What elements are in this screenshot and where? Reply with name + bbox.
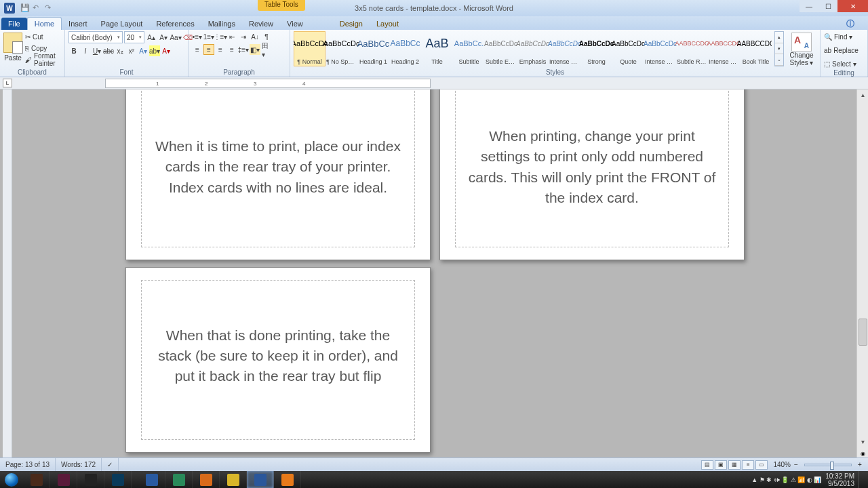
scroll-down-icon[interactable]: ▼ xyxy=(857,436,868,448)
tab-references[interactable]: References xyxy=(149,18,201,30)
borders-button[interactable]: 田▾ xyxy=(261,44,272,55)
close-button[interactable]: ✕ xyxy=(837,0,868,12)
system-tray[interactable]: ▲ ⚑ ✱ 🕪 🔋 ⚠ 📶 ◐ 📊 10:32 PM 9/5/2013 xyxy=(751,471,868,488)
select-button[interactable]: ⬚ Select ▾ xyxy=(824,58,856,69)
taskbar-photoshop[interactable] xyxy=(104,471,132,488)
style-item-4[interactable]: AaBTitle xyxy=(421,31,453,66)
decrease-indent-button[interactable]: ⇤ xyxy=(226,31,237,42)
zoom-out-button[interactable]: − xyxy=(792,461,800,468)
shading-button[interactable]: ◧▾ xyxy=(250,44,260,55)
tab-home[interactable]: Home xyxy=(27,17,62,30)
view-full-screen[interactable]: ▣ xyxy=(715,460,727,470)
scroll-thumb[interactable] xyxy=(859,319,867,346)
status-proofing[interactable]: ✓ xyxy=(102,458,119,471)
taskbar-firefox[interactable] xyxy=(193,471,220,488)
change-case-button[interactable]: Aa▾ xyxy=(170,32,181,43)
highlight-button[interactable]: ab▾ xyxy=(149,45,160,56)
taskbar-explorer[interactable] xyxy=(138,471,165,488)
tab-layout[interactable]: Layout xyxy=(370,18,406,30)
tab-mailings[interactable]: Mailings xyxy=(201,18,242,30)
shrink-font-button[interactable]: A▾ xyxy=(158,32,169,43)
style-item-6[interactable]: AaBbCcDcSubtle Em... xyxy=(485,31,517,66)
taskbar-app[interactable] xyxy=(165,471,193,488)
tab-review[interactable]: Review xyxy=(242,18,280,30)
tab-design[interactable]: Design xyxy=(333,18,370,30)
justify-button[interactable]: ≡ xyxy=(226,44,237,55)
page-canvas[interactable]: When it is time to print, place our inde… xyxy=(0,89,856,471)
bold-button[interactable]: B xyxy=(68,45,79,56)
paste-button[interactable]: Paste xyxy=(3,31,22,62)
font-size-combo[interactable]: 20▾ xyxy=(124,31,144,43)
italic-button[interactable]: I xyxy=(80,45,91,56)
style-item-9[interactable]: AaBbCcDcStrong xyxy=(580,31,612,66)
text-effects-button[interactable]: A▾ xyxy=(138,45,149,56)
status-page[interactable]: Page: 13 of 13 xyxy=(0,458,56,471)
tab-page-layout[interactable]: Page Layout xyxy=(94,18,150,30)
replace-button[interactable]: ab Replace xyxy=(824,45,859,56)
style-item-8[interactable]: AaBbCcDcIntense E... xyxy=(549,31,580,66)
change-styles-button[interactable]: Change Styles ▾ xyxy=(787,31,816,66)
view-print-layout[interactable]: ▤ xyxy=(701,460,713,470)
bullets-button[interactable]: •≡▾ xyxy=(192,31,203,42)
find-button[interactable]: 🔍 Find ▾ xyxy=(824,31,852,42)
taskbar-word[interactable] xyxy=(247,471,274,488)
style-gallery-scroll[interactable]: ▴▾⌄ xyxy=(774,31,784,66)
style-item-7[interactable]: AaBbCcDcEmphasis xyxy=(517,31,549,66)
style-gallery[interactable]: AaBbCcDc¶ NormalAaBbCcDc¶ No Spaci...AaB… xyxy=(294,31,772,68)
format-painter-button[interactable]: 🖌 Format Painter xyxy=(25,54,61,65)
taskbar-lightroom[interactable] xyxy=(77,471,104,488)
style-item-10[interactable]: AaBbCcDcQuote xyxy=(612,31,644,66)
view-outline[interactable]: ≡ xyxy=(742,460,754,470)
font-color-button[interactable]: A▾ xyxy=(161,45,172,56)
tab-view[interactable]: View xyxy=(280,18,310,30)
quick-access-toolbar[interactable]: 💾 ↶ ↷ xyxy=(20,3,54,13)
taskbar-clock[interactable]: 10:32 PM 9/5/2013 xyxy=(825,472,854,487)
tab-selector[interactable]: L xyxy=(3,79,12,87)
tab-file[interactable]: File xyxy=(1,18,27,30)
multilevel-button[interactable]: ⋮≡▾ xyxy=(215,31,226,42)
card-2[interactable]: When printing, change your print setting… xyxy=(439,89,745,260)
align-center-button[interactable]: ≡ xyxy=(203,44,214,55)
horizontal-ruler[interactable]: 1234 xyxy=(105,79,431,88)
line-spacing-button[interactable]: ‡≡▾ xyxy=(238,44,249,55)
status-words[interactable]: Words: 172 xyxy=(56,458,102,471)
help-icon[interactable]: ⓘ xyxy=(846,18,854,30)
superscript-button[interactable]: x² xyxy=(126,45,137,56)
grow-font-button[interactable]: A▴ xyxy=(146,32,157,43)
minimize-button[interactable]: — xyxy=(800,0,818,12)
undo-icon[interactable]: ↶ xyxy=(33,3,42,13)
style-item-5[interactable]: AaBbCc.Subtitle xyxy=(453,31,485,66)
taskbar-bridge[interactable] xyxy=(23,471,50,488)
card-3-text[interactable]: When that is done printing, take the sta… xyxy=(150,325,406,387)
zoom-in-button[interactable]: + xyxy=(856,461,864,468)
increase-indent-button[interactable]: ⇥ xyxy=(238,31,249,42)
align-right-button[interactable]: ≡ xyxy=(215,44,226,55)
card-3[interactable]: When that is done printing, take the sta… xyxy=(125,267,431,453)
save-icon[interactable]: 💾 xyxy=(20,3,30,13)
style-item-13[interactable]: AABBCCDCIntense R... xyxy=(708,31,740,66)
redo-icon[interactable]: ↷ xyxy=(45,3,54,13)
style-item-2[interactable]: AaBbCcHeading 1 xyxy=(357,31,389,66)
view-draft[interactable]: ▭ xyxy=(755,460,768,470)
zoom-level[interactable]: 140% xyxy=(773,461,791,468)
scroll-up-icon[interactable]: ▲ xyxy=(857,89,868,101)
style-item-3[interactable]: AaBbCcHeading 2 xyxy=(389,31,421,66)
taskbar-chrome[interactable] xyxy=(220,471,247,488)
strikethrough-button[interactable]: abc xyxy=(103,45,114,56)
style-item-1[interactable]: AaBbCcDc¶ No Spaci... xyxy=(326,31,357,66)
sort-button[interactable]: A↓ xyxy=(250,31,260,42)
maximize-button[interactable]: ☐ xyxy=(818,0,837,12)
font-name-combo[interactable]: Calibri (Body)▾ xyxy=(68,31,123,43)
tray-icons[interactable]: ▲ ⚑ ✱ 🕪 🔋 ⚠ 📶 ◐ 📊 xyxy=(751,476,821,483)
style-item-11[interactable]: AaBbCcDcIntense Q... xyxy=(644,31,676,66)
style-item-14[interactable]: AABBCCDCBook Title xyxy=(740,31,772,66)
taskbar-vlc[interactable] xyxy=(274,471,301,488)
cut-button[interactable]: ✂ Cut xyxy=(25,31,61,42)
show-desktop-button[interactable] xyxy=(859,471,864,488)
view-web-layout[interactable]: ▦ xyxy=(728,460,741,470)
zoom-slider[interactable] xyxy=(804,464,852,466)
vertical-scrollbar[interactable]: ▲ ▼ ◉ ▼ xyxy=(856,89,868,471)
card-2-text[interactable]: When printing, change your print setting… xyxy=(464,126,720,209)
tab-insert[interactable]: Insert xyxy=(62,18,94,30)
start-button[interactable] xyxy=(0,471,23,488)
